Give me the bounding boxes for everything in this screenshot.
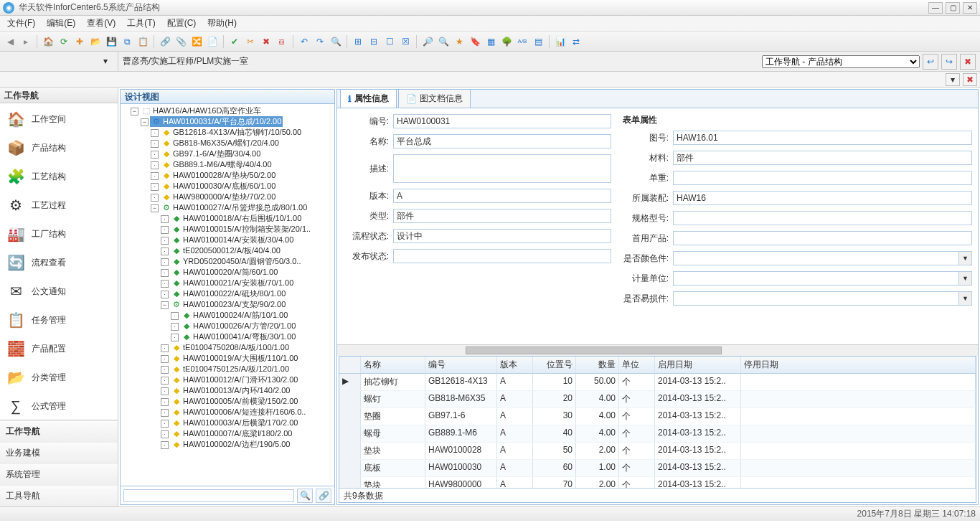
compare-icon[interactable]: ⇄: [569, 34, 583, 49]
bottom-nav-work[interactable]: 工作导航: [0, 420, 118, 442]
tree-node[interactable]: ◆HAW0100019/A/大围板/110/1.00: [170, 353, 299, 364]
table-row[interactable]: 螺母 GB889.1-M6 A 40 4.00 个 2014-03-13 15:…: [339, 425, 976, 443]
tab-attributes[interactable]: ℹ属性信息: [340, 89, 397, 108]
grid-h-end[interactable]: 停用日期: [741, 357, 976, 373]
code-field[interactable]: [393, 114, 611, 128]
form-scrollbar[interactable]: [337, 344, 978, 356]
undo-icon[interactable]: ↶: [297, 34, 311, 49]
tree-node[interactable]: ◆HAW0100014/A/安装板/30/4.00: [170, 235, 295, 245]
sidebar-item-1[interactable]: 📦产品结构: [3, 133, 115, 162]
tree-node[interactable]: ◆HAW0100021/A/安装板/70/1.00: [170, 278, 295, 288]
zoomin-icon[interactable]: 🔎: [420, 34, 435, 49]
checkin-icon[interactable]: ✔: [227, 34, 242, 49]
grid-h-unit[interactable]: 单位: [619, 357, 655, 373]
tree-node[interactable]: ◆HAW0100041/A/弯板/30/1.00: [180, 331, 297, 342]
grid-h-pos[interactable]: 位置号: [533, 357, 576, 373]
chevron-down-icon[interactable]: ▼: [959, 291, 972, 306]
sidebar-item-9[interactable]: 📂分类管理: [3, 363, 115, 392]
expand-icon[interactable]: ⊞: [351, 34, 365, 49]
tab-documents[interactable]: 📄图文档信息: [398, 89, 471, 108]
minimize-button[interactable]: —: [928, 2, 943, 14]
grid-body[interactable]: ▶ 抽芯铆钉 GB12618-4X13 A 10 50.00 个 2014-03…: [339, 374, 976, 488]
sidebar-item-6[interactable]: ✉公文通知: [3, 277, 115, 306]
back-icon[interactable]: ◀: [3, 34, 17, 49]
doc-icon[interactable]: 📄: [205, 34, 220, 49]
sidebar-item-10[interactable]: ∑公式管理: [3, 392, 115, 420]
search-icon[interactable]: 🔍: [297, 489, 313, 503]
open-icon[interactable]: 📂: [88, 34, 103, 49]
color-field[interactable]: [673, 251, 959, 265]
nav-back-button[interactable]: ↩: [923, 54, 938, 70]
tree-node[interactable]: ◆GB12618-4X13/A/抽芯铆钉/10/50.00: [160, 127, 303, 138]
grid-h-start[interactable]: 启用日期: [655, 357, 741, 373]
table-row[interactable]: ▶ 抽芯铆钉 GB12618-4X13 A 10 50.00 个 2014-03…: [339, 374, 976, 391]
tree-node[interactable]: ◆HAW0100007/A/底梁Ⅰ/180/2.00: [170, 428, 293, 439]
table-row[interactable]: 垫块 HAW9800000 A 70 2.00 个 2014-03-13 15:…: [339, 477, 976, 488]
tree-node[interactable]: ◆GB889.1-M6/A/螺母/40/4.00: [160, 159, 273, 170]
tree-root[interactable]: ⬚HAW16/A/HAW16D高空作业车: [140, 105, 263, 116]
chevron-down-icon[interactable]: ▼: [959, 251, 972, 265]
grid-h-name[interactable]: 名称: [361, 357, 425, 373]
grid-h-qty[interactable]: 数量: [576, 357, 619, 373]
close-button[interactable]: ✕: [963, 2, 977, 14]
panel-toggle-icon[interactable]: ▾: [103, 56, 115, 67]
nav-combo[interactable]: 工作导航 - 产品结构: [762, 55, 920, 68]
menu-tools[interactable]: 工具(T): [123, 16, 159, 31]
delete-icon[interactable]: ✖: [259, 34, 273, 49]
menu-help[interactable]: 帮助(H): [203, 16, 241, 31]
pub-field[interactable]: [393, 249, 611, 263]
table-row[interactable]: 底板 HAW0100030 A 60 1.00 个 2014-03-13 15:…: [339, 460, 976, 477]
table-row[interactable]: 螺钉 GB818-M6X35 A 20 4.00 个 2014-03-13 15…: [339, 391, 976, 408]
tree-node[interactable]: ◆HAW0100028/A/垫块/50/2.00: [160, 170, 277, 181]
name-field[interactable]: [393, 134, 611, 148]
tree-node[interactable]: ◆HAW0100018/A/右后围板/10/1.00: [170, 213, 303, 224]
link-icon[interactable]: 🔗: [158, 34, 172, 49]
chevron-down-icon[interactable]: ▼: [959, 271, 972, 286]
tree-node[interactable]: ◆GB97.1-6/A/垫圈/30/4.00: [160, 148, 262, 159]
tree-node[interactable]: ◆HAW0100006/A/短连接杆/160/6.0..: [170, 407, 307, 418]
bookmark-icon[interactable]: 🔖: [468, 34, 482, 49]
find-icon[interactable]: 🔍: [329, 34, 343, 49]
tree-node[interactable]: ◆HAW0100005/A/前横梁/150/2.00: [170, 396, 299, 407]
tree-node[interactable]: ◆tE0200500012/A/板/40/4.00: [170, 245, 282, 256]
tree-node[interactable]: ◆tE01004750208/A/板/100/1.00: [170, 342, 291, 353]
asm-field[interactable]: [673, 191, 972, 205]
tree-node[interactable]: ◆HAW9800000/A/垫块/70/2.00: [160, 192, 277, 202]
flow-icon[interactable]: 🔀: [189, 34, 204, 49]
dropdown-icon[interactable]: ▾: [946, 73, 960, 86]
link-icon[interactable]: 🔗: [316, 489, 331, 503]
tree-node[interactable]: ⚙HAW0100023/A/支架/90/2.00: [170, 299, 287, 310]
home-icon[interactable]: 🏠: [41, 34, 55, 49]
menu-edit[interactable]: 编辑(E): [42, 16, 80, 31]
sidebar-item-8[interactable]: 🧱产品配置: [3, 334, 115, 363]
copy-icon[interactable]: ⧉: [120, 34, 134, 49]
grid-icon[interactable]: ▦: [484, 34, 498, 49]
star-icon[interactable]: ★: [452, 34, 466, 49]
nav-fwd-button[interactable]: ↪: [941, 54, 957, 70]
attach-icon[interactable]: 📎: [174, 34, 188, 49]
wt-field[interactable]: [673, 171, 972, 185]
new-icon[interactable]: ✚: [72, 34, 87, 49]
bottom-nav-biz[interactable]: 业务建模: [0, 442, 118, 463]
table-row[interactable]: 垫块 HAW0100028 A 50 2.00 个 2014-03-13 15:…: [339, 443, 976, 460]
tree-node[interactable]: ◆HAW0100026/A/方管/20/1.00: [180, 321, 297, 331]
grid-h-ver[interactable]: 版本: [497, 357, 533, 373]
unit-field[interactable]: [673, 271, 959, 286]
table-icon[interactable]: ▤: [531, 34, 545, 49]
uncheck-icon[interactable]: ☒: [398, 34, 413, 49]
tab-close-button[interactable]: ✖: [963, 73, 977, 86]
grid-h-code[interactable]: 编号: [425, 357, 497, 373]
table-row[interactable]: 垫圈 GB97.1-6 A 30 4.00 个 2014-03-13 15:2.…: [339, 408, 976, 425]
tree-node[interactable]: ⚙HAW0100027/A/吊篮焊接总成/80/1.00: [160, 202, 308, 213]
wear-field[interactable]: [673, 291, 959, 306]
sidebar-item-3[interactable]: ⚙工艺过程: [3, 191, 115, 220]
redo-icon[interactable]: ↷: [313, 34, 327, 49]
menu-view[interactable]: 查看(V): [83, 16, 120, 31]
cut-icon[interactable]: ✂: [243, 34, 258, 49]
tree-node[interactable]: ◆GB818-M6X35/A/螺钉/20/4.00: [160, 138, 281, 148]
chart-icon[interactable]: 📊: [553, 34, 567, 49]
tree-node[interactable]: ◆YRD050200450/A/圆钢管/50/3.0..: [170, 256, 302, 267]
tree-node[interactable]: ◆tE01004750125/A/板/120/1.00: [170, 364, 291, 374]
abc-icon[interactable]: A/B: [515, 34, 529, 49]
maximize-button[interactable]: ▢: [946, 2, 960, 14]
